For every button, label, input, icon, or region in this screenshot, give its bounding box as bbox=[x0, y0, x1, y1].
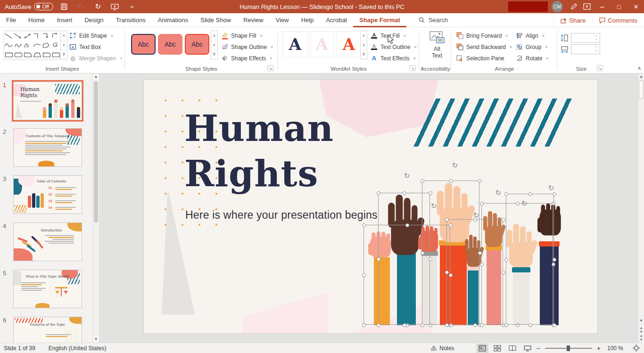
shape-cell-4[interactable] bbox=[33, 31, 42, 41]
resize-handle[interactable] bbox=[504, 323, 508, 327]
text-outline-button[interactable]: A Text Outline˅ bbox=[370, 42, 417, 52]
slide-title[interactable]: HumanRights bbox=[184, 106, 334, 197]
rotate-handle-icon[interactable]: ↻ bbox=[430, 202, 438, 210]
resize-handle[interactable] bbox=[403, 323, 406, 327]
resize-handle[interactable] bbox=[480, 323, 484, 327]
resize-handle[interactable] bbox=[445, 218, 449, 222]
maximize-icon[interactable]: □ bbox=[611, 0, 627, 13]
resize-handle[interactable] bbox=[362, 273, 366, 277]
shape-cell-1[interactable] bbox=[4, 31, 14, 41]
tab-acrobat[interactable]: Acrobat bbox=[320, 13, 353, 27]
resize-handle[interactable] bbox=[504, 192, 508, 196]
shape-cell-18[interactable] bbox=[51, 50, 61, 59]
scroll-up-icon[interactable]: ▲ bbox=[93, 74, 99, 80]
thumbnail-preview[interactable]: Introduction bbox=[13, 222, 82, 261]
shape-cell-14[interactable] bbox=[14, 50, 23, 59]
resize-handle[interactable] bbox=[362, 323, 366, 327]
resize-handle[interactable] bbox=[478, 179, 482, 183]
resize-handle[interactable] bbox=[480, 202, 484, 205]
thumbnail-scrollbar[interactable]: ▲ ▼ bbox=[92, 74, 99, 343]
resize-handle[interactable] bbox=[528, 192, 532, 196]
collapse-ribbon-icon[interactable]: ∧ bbox=[637, 65, 641, 71]
resize-handle[interactable] bbox=[449, 179, 453, 183]
autosave-toggle[interactable]: AutoSave Off bbox=[5, 3, 53, 10]
group-button[interactable]: Group˅ bbox=[515, 42, 549, 52]
bring-forward-button[interactable]: Bring Forward˅ bbox=[456, 31, 512, 41]
shape-styles-dialog-launcher[interactable]: ↘ bbox=[267, 65, 273, 71]
thumbnail-preview[interactable]: What Is This Topic About? bbox=[13, 270, 82, 308]
resize-handle[interactable] bbox=[421, 251, 424, 255]
shape-cell-2[interactable] bbox=[14, 31, 23, 41]
pink-shape-bottom-left[interactable] bbox=[243, 293, 328, 333]
shape-fill-button[interactable]: Shape Fill˅ bbox=[221, 31, 273, 41]
slide-editing-surface[interactable]: HumanRights Here is where your presentat… bbox=[144, 80, 597, 333]
teal-stripes-shape[interactable] bbox=[407, 99, 580, 147]
normal-view-button[interactable] bbox=[476, 344, 488, 353]
redo-icon[interactable]: ↻ bbox=[92, 1, 104, 12]
tab-help[interactable]: Help bbox=[295, 13, 320, 27]
resize-handle[interactable] bbox=[504, 258, 508, 262]
share-button[interactable]: Share bbox=[553, 13, 592, 27]
shape-cell-10[interactable] bbox=[33, 41, 42, 50]
shape-outline-button[interactable]: Shape Outline˅ bbox=[221, 42, 273, 52]
zoom-slider[interactable] bbox=[545, 348, 592, 349]
shape-cell-13[interactable] bbox=[4, 50, 14, 59]
tab-insert[interactable]: Insert bbox=[51, 13, 79, 27]
send-backward-button[interactable]: Send Backward˅ bbox=[456, 42, 512, 52]
thumbnail-preview[interactable]: Table of Contents01020304 bbox=[13, 175, 82, 214]
tab-animations[interactable]: Animations bbox=[152, 13, 194, 27]
shape-styles-scroll[interactable]: ∧∨⊽ bbox=[211, 31, 218, 59]
shape-cell-3[interactable] bbox=[23, 31, 33, 41]
comments-button[interactable]: Comments bbox=[592, 13, 644, 27]
language-indicator[interactable]: English (United States) bbox=[49, 345, 107, 352]
shape-effects-button[interactable]: Shape Effects˅ bbox=[221, 53, 273, 63]
merge-shapes-button[interactable]: ◍ Merge Shapes˅ bbox=[69, 53, 122, 63]
search-box[interactable]: Search bbox=[419, 16, 448, 24]
reading-view-button[interactable] bbox=[506, 344, 519, 353]
selection-pane-button[interactable]: Selection Pane bbox=[456, 53, 512, 63]
ribbon-display-options-icon[interactable] bbox=[581, 1, 593, 12]
rotate-handle-icon[interactable]: ↻ bbox=[495, 189, 502, 197]
shape-cell-12[interactable] bbox=[51, 41, 61, 50]
slide-number-indicator[interactable]: Slide 1 of 39 bbox=[4, 345, 35, 352]
zoom-out-icon[interactable]: − bbox=[537, 345, 540, 352]
fit-slide-to-window-icon[interactable] bbox=[630, 344, 642, 353]
notes-button[interactable]: Notes bbox=[430, 345, 454, 352]
wordart-scroll[interactable]: ∧∨⊽ bbox=[360, 31, 367, 59]
align-button[interactable]: Align˅ bbox=[515, 31, 549, 41]
text-fill-button[interactable]: A Text Fill˅ bbox=[370, 31, 417, 41]
customize-qat-icon[interactable]: ≂ bbox=[126, 1, 138, 12]
vertical-scrollbar[interactable]: ▲ ▼ ▲▲ ▼▼ bbox=[638, 74, 644, 343]
shape-cell-8[interactable] bbox=[14, 41, 23, 50]
shape-gallery[interactable] bbox=[4, 31, 61, 60]
resize-handle[interactable] bbox=[553, 192, 556, 196]
shape-style-preset-1[interactable]: Abc bbox=[131, 34, 156, 55]
resize-handle[interactable] bbox=[445, 323, 449, 327]
save-icon[interactable] bbox=[58, 1, 70, 12]
close-icon[interactable]: ✕ bbox=[628, 0, 644, 13]
shape-cell-11[interactable] bbox=[42, 41, 51, 50]
text-box-button[interactable]: A Text Box bbox=[69, 42, 122, 52]
resize-handle[interactable] bbox=[377, 257, 380, 261]
scroll-up-icon[interactable]: ▲ bbox=[638, 74, 644, 80]
tab-view[interactable]: View bbox=[270, 13, 295, 27]
rotate-button[interactable]: Rotate˅ bbox=[515, 53, 549, 63]
tab-slide-show[interactable]: Slide Show bbox=[194, 13, 237, 27]
resize-handle[interactable] bbox=[473, 323, 477, 327]
rotate-handle-icon[interactable]: ↻ bbox=[403, 172, 411, 180]
next-slide-icon[interactable]: ▼▼ bbox=[638, 334, 644, 340]
tab-review[interactable]: Review bbox=[237, 13, 270, 27]
alt-text-button[interactable]: AltText bbox=[427, 31, 447, 59]
tab-design[interactable]: Design bbox=[78, 13, 109, 27]
resize-handle[interactable] bbox=[553, 323, 556, 327]
wordart-preset-2[interactable]: A bbox=[310, 31, 334, 57]
tab-shape-format[interactable]: Shape Format bbox=[353, 13, 406, 27]
tab-transitions[interactable]: Transitions bbox=[110, 13, 152, 27]
avatar[interactable]: CM bbox=[552, 1, 563, 12]
shape-cell-7[interactable] bbox=[4, 41, 14, 50]
resize-handle[interactable] bbox=[377, 191, 380, 195]
edit-shape-button[interactable]: Edit Shape˅ bbox=[69, 31, 122, 41]
shape-style-preset-2[interactable]: Abc bbox=[158, 34, 182, 55]
resize-handle[interactable] bbox=[362, 223, 366, 227]
slide-sorter-view-button[interactable] bbox=[491, 344, 504, 353]
